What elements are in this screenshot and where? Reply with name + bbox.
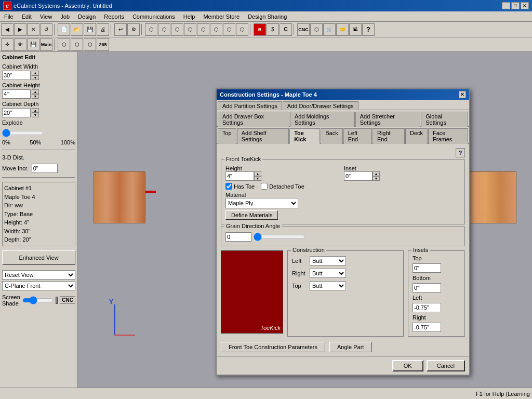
tool11[interactable]: C (280, 23, 292, 36)
refresh-button[interactable]: ↺ (40, 23, 52, 36)
tool14[interactable]: 🤝 (336, 23, 349, 36)
menu-job[interactable]: Job (58, 13, 72, 20)
select-tool[interactable]: ✛ (1, 38, 14, 51)
tab-add-partition-settings[interactable]: Add Partition Settings (218, 101, 282, 110)
detached-toe-checkbox[interactable] (261, 183, 268, 190)
menu-help[interactable]: Help (181, 13, 197, 20)
help-icon[interactable]: ? (456, 148, 465, 157)
view1-tool[interactable]: ⬡ (58, 38, 70, 51)
tab-add-moldings[interactable]: Add Moldings Settings (290, 112, 355, 127)
new-button[interactable]: 📄 (58, 23, 70, 36)
tab-deck[interactable]: Deck (405, 128, 428, 144)
main-tool[interactable]: Main (40, 38, 52, 51)
menu-file[interactable]: File (2, 13, 16, 20)
menu-reports[interactable]: Reports (102, 13, 126, 20)
tab-add-door-drawer-settings[interactable]: Add Door/Drawer Settings (283, 101, 358, 110)
inset-field-up[interactable]: ▲ (373, 171, 380, 176)
menu-view[interactable]: View (38, 13, 55, 20)
eye-tool[interactable]: 👁 (14, 38, 26, 51)
depth-down[interactable]: ▼ (32, 113, 39, 117)
tab-toe-kick[interactable]: Toe Kick (289, 128, 320, 144)
view3-tool[interactable]: ⬡ (84, 38, 96, 51)
tool6[interactable]: ⬡ (210, 23, 222, 36)
cancel-button[interactable]: Cancel (427, 360, 465, 371)
enhanced-view-button[interactable]: Enhanced View (2, 250, 75, 265)
stop-button[interactable]: ✕ (27, 23, 39, 36)
menu-member-store[interactable]: Member Store (201, 13, 242, 20)
inset-right-input[interactable] (413, 323, 441, 332)
grain-angle-input[interactable] (225, 232, 251, 242)
width-up[interactable]: ▲ (32, 71, 39, 75)
tab-add-drawer-box[interactable]: Add Drawer Box Settings (218, 112, 289, 127)
tool2[interactable]: ⬡ (158, 23, 170, 36)
menu-communications[interactable]: Communications (130, 13, 177, 20)
tool8[interactable]: ⬡ (236, 23, 248, 36)
tool4[interactable]: ⬡ (184, 23, 196, 36)
reset-view-select[interactable]: Reset View (2, 270, 75, 280)
inset-top-input[interactable] (413, 263, 441, 273)
maximize-button[interactable]: □ (511, 2, 520, 9)
tool15[interactable]: 📽 (349, 23, 362, 36)
tool13[interactable]: 🛒 (323, 23, 336, 36)
tab-back[interactable]: Back (321, 128, 342, 144)
tool9[interactable]: B (254, 23, 266, 36)
menu-design[interactable]: Design (76, 13, 98, 20)
tab-add-shelf-settings[interactable]: Add Shelf Settings (237, 128, 289, 144)
open-button[interactable]: 📂 (71, 23, 83, 36)
save2-tool[interactable]: 💾 (27, 38, 39, 51)
view4-tool[interactable]: 265 (97, 38, 109, 51)
tab-global-settings[interactable]: Global Settings (421, 112, 468, 127)
close-button[interactable]: ✕ (521, 2, 529, 9)
has-toe-checkbox[interactable] (225, 183, 232, 190)
tab-right-end[interactable]: Right End (373, 128, 405, 144)
tab-left-end[interactable]: Left End (343, 128, 372, 144)
ok-button[interactable]: OK (392, 360, 423, 371)
height-field-down[interactable]: ▼ (254, 176, 261, 181)
inset-field-down[interactable]: ▼ (373, 176, 380, 181)
height-up[interactable]: ▲ (32, 89, 39, 94)
minimize-button[interactable]: _ (502, 2, 510, 9)
view2-tool[interactable]: ⬡ (71, 38, 83, 51)
inset-field[interactable] (344, 171, 373, 181)
height-down[interactable]: ▼ (32, 94, 39, 99)
redo-button[interactable]: ⚙ (127, 23, 140, 36)
width-down[interactable]: ▼ (32, 75, 39, 80)
tool3[interactable]: ⬡ (171, 23, 183, 36)
forward-button[interactable]: ▶ (14, 23, 26, 36)
explode-slider[interactable] (2, 129, 44, 137)
left-construction-select[interactable]: Butt (310, 256, 346, 265)
depth-up[interactable]: ▲ (32, 108, 39, 113)
front-toe-construction-button[interactable]: Front Toe Construction Parameters (221, 342, 325, 352)
width-input[interactable] (2, 71, 31, 80)
tool1[interactable]: ⬡ (145, 23, 157, 36)
dialog-close-button[interactable]: ✕ (459, 91, 466, 98)
right-construction-select[interactable]: Butt (310, 269, 346, 278)
material-select[interactable]: Maple Ply (225, 198, 298, 208)
tool10[interactable]: $ (267, 23, 279, 36)
undo-button[interactable]: ↩ (114, 23, 127, 36)
tab-face-frames[interactable]: Face Frames (428, 128, 468, 144)
depth-input[interactable] (2, 108, 31, 117)
top-construction-select[interactable]: Butt (310, 281, 346, 290)
height-field[interactable] (225, 171, 254, 181)
define-materials-button[interactable]: Define Materials (225, 210, 278, 220)
inset-left-input[interactable] (413, 303, 441, 312)
menu-edit[interactable]: Edit (20, 13, 34, 20)
back-button[interactable]: ◀ (1, 23, 14, 36)
tool12[interactable]: ⬡ (310, 23, 323, 36)
cplane-select[interactable]: C-Plane Front (2, 281, 75, 290)
height-input[interactable] (2, 89, 31, 99)
height-field-up[interactable]: ▲ (254, 171, 261, 176)
tool16[interactable]: ? (362, 23, 375, 36)
inset-bottom-input[interactable] (413, 283, 441, 292)
tool7[interactable]: ⬡ (223, 23, 235, 36)
angle-part-button[interactable]: Angle Part (329, 342, 371, 352)
print-button[interactable]: 🖨 (97, 23, 109, 36)
shade-slider[interactable] (22, 296, 54, 304)
grain-angle-slider[interactable] (254, 233, 305, 241)
menu-design-sharing[interactable]: Design Sharing (246, 13, 289, 20)
tool-cnc[interactable]: CNC (297, 23, 310, 36)
save-button[interactable]: 💾 (84, 23, 96, 36)
tab-add-stretcher[interactable]: Add Stretcher Settings (355, 112, 420, 127)
move-input[interactable] (32, 164, 58, 173)
